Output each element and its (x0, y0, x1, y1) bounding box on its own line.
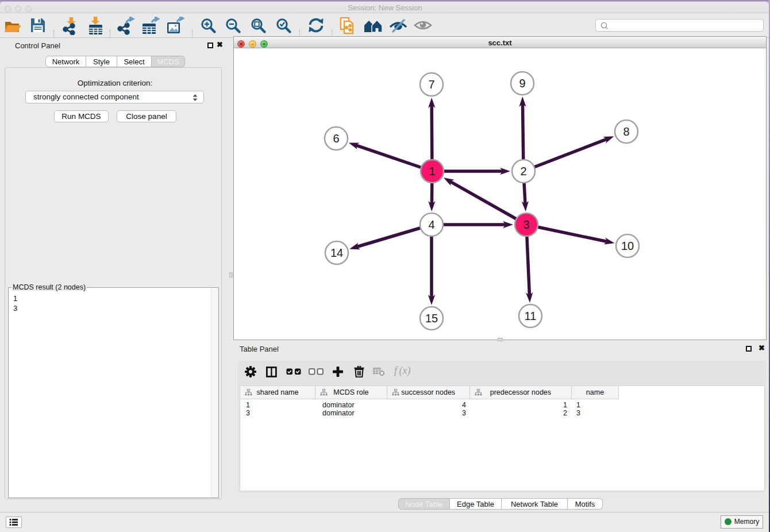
svg-text:8: 8 (623, 125, 629, 138)
svg-text:7: 7 (428, 78, 434, 91)
svg-text:11: 11 (525, 310, 537, 322)
svg-text:6: 6 (333, 132, 339, 145)
svg-text:4: 4 (428, 218, 434, 231)
svg-text:10: 10 (621, 240, 634, 252)
svg-text:9: 9 (519, 77, 525, 90)
svg-text:1: 1 (429, 165, 435, 178)
svg-text:14: 14 (330, 246, 343, 259)
svg-text:2: 2 (520, 165, 526, 178)
svg-text:15: 15 (425, 312, 438, 325)
svg-text:3: 3 (523, 218, 529, 231)
